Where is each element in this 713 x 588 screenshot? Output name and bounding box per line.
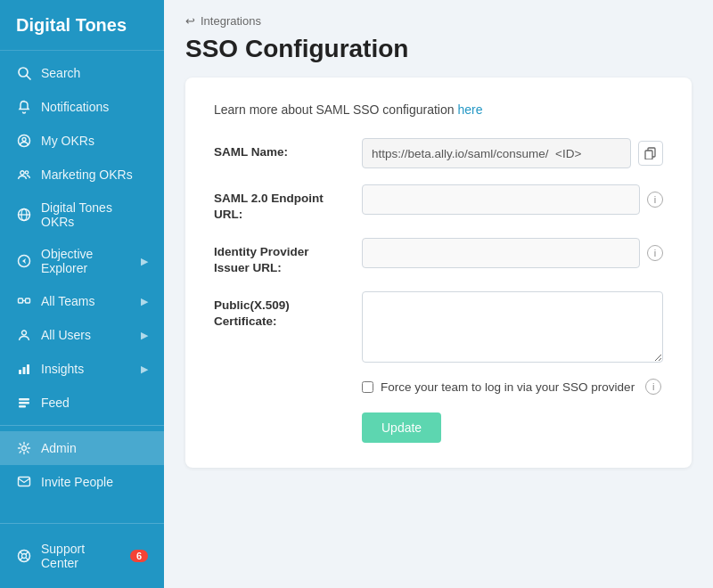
identity-provider-info-icon[interactable]: i xyxy=(647,245,663,261)
svg-rect-20 xyxy=(19,405,26,408)
svg-line-25 xyxy=(20,552,22,554)
sidebar-item-all-teams[interactable]: All Teams ▶ xyxy=(0,284,164,318)
svg-line-26 xyxy=(26,552,28,554)
breadcrumb-label: Integrations xyxy=(201,14,261,28)
saml-endpoint-input[interactable] xyxy=(362,184,640,215)
saml-name-label: SAML Name: xyxy=(214,138,348,160)
sidebar-item-notifications[interactable]: Notifications xyxy=(0,90,164,124)
sidebar-item-label: Insights xyxy=(41,362,84,376)
svg-rect-30 xyxy=(645,151,652,159)
sidebar-item-my-okrs[interactable]: My OKRs xyxy=(0,124,164,158)
saml-endpoint-label: SAML 2.0 Endpoint URL: xyxy=(214,184,348,222)
team-icon xyxy=(16,167,32,183)
svg-point-3 xyxy=(22,138,26,142)
sidebar-item-label: Feed xyxy=(41,396,70,410)
certificate-label: Public(X.509) Certificate: xyxy=(214,291,348,329)
svg-rect-18 xyxy=(19,398,29,401)
compass-icon xyxy=(16,253,32,269)
sidebar: Digital Tones Search Notifications xyxy=(0,0,164,588)
svg-point-14 xyxy=(22,331,27,335)
svg-marker-10 xyxy=(22,258,26,264)
saml-endpoint-row: SAML 2.0 Endpoint URL: i xyxy=(214,184,663,222)
sidebar-item-objective-explorer[interactable]: Objective Explorer ▶ xyxy=(0,238,164,284)
sidebar-item-admin[interactable]: Admin xyxy=(0,431,164,465)
page-title: SSO Configuration xyxy=(185,35,692,63)
sidebar-nav: Search Notifications My OKRs xyxy=(0,51,164,523)
identity-provider-row: Identity Provider Issuer URL: i xyxy=(214,238,663,275)
update-button-wrap: Update xyxy=(362,412,663,443)
svg-rect-11 xyxy=(19,298,23,303)
breadcrumb-arrow: ↩ xyxy=(185,14,195,28)
feed-icon xyxy=(16,395,32,411)
sidebar-item-support-center[interactable]: Support Center 6 xyxy=(0,533,164,579)
sidebar-item-feed[interactable]: Feed xyxy=(0,386,164,420)
support-icon xyxy=(16,548,32,564)
app-logo: Digital Tones xyxy=(0,0,164,51)
saml-name-control xyxy=(362,138,663,168)
globe-icon xyxy=(16,207,32,223)
identity-provider-control: i xyxy=(362,238,663,268)
invite-icon xyxy=(16,474,32,490)
svg-point-24 xyxy=(22,554,27,559)
saml-name-row: SAML Name: xyxy=(214,138,663,168)
svg-point-23 xyxy=(19,551,30,562)
identity-provider-input[interactable] xyxy=(362,238,640,268)
svg-point-21 xyxy=(22,446,27,451)
svg-point-5 xyxy=(25,171,28,174)
saml-endpoint-info-icon[interactable]: i xyxy=(647,192,663,208)
chevron-right-icon: ▶ xyxy=(141,330,148,341)
certificate-input[interactable] xyxy=(362,291,663,363)
sidebar-item-invite-people[interactable]: Invite People xyxy=(0,465,164,499)
saml-name-input[interactable] xyxy=(362,138,631,168)
search-icon xyxy=(16,65,32,81)
svg-rect-12 xyxy=(26,298,30,303)
chevron-right-icon: ▶ xyxy=(141,296,148,307)
sidebar-item-label: All Teams xyxy=(41,294,94,308)
learn-more-link[interactable]: here xyxy=(457,102,482,117)
sidebar-item-search[interactable]: Search xyxy=(0,56,164,90)
main-content: ↩ Integrations SSO Configuration Learn m… xyxy=(164,0,713,588)
update-button[interactable]: Update xyxy=(362,412,441,443)
users-icon xyxy=(16,327,32,343)
sso-force-checkbox-row: Force your team to log in via your SSO p… xyxy=(362,379,663,395)
sidebar-item-label: Objective Explorer xyxy=(41,247,132,275)
sidebar-bottom: Support Center 6 xyxy=(0,523,164,588)
chevron-right-icon: ▶ xyxy=(141,363,148,375)
chevron-right-icon: ▶ xyxy=(141,256,148,267)
sidebar-item-label: All Users xyxy=(41,328,91,342)
breadcrumb: ↩ Integrations xyxy=(185,14,692,28)
bell-icon xyxy=(16,99,32,115)
identity-provider-label: Identity Provider Issuer URL: xyxy=(214,238,348,275)
sidebar-item-label: My OKRs xyxy=(41,134,94,148)
sidebar-item-label: Marketing OKRs xyxy=(41,167,133,182)
svg-rect-22 xyxy=(19,478,30,486)
gear-icon xyxy=(16,440,32,456)
saml-endpoint-control: i xyxy=(362,184,663,215)
user-circle-icon xyxy=(16,133,32,149)
svg-rect-17 xyxy=(27,364,29,374)
sso-config-card: Learn more about SAML SSO configuration … xyxy=(185,78,692,468)
sidebar-item-label: Invite People xyxy=(41,475,113,489)
chart-icon xyxy=(16,361,32,377)
sidebar-item-label: Digital Tones OKRs xyxy=(41,200,148,229)
sidebar-item-label: Search xyxy=(41,66,80,80)
force-sso-checkbox[interactable] xyxy=(362,381,373,393)
sidebar-item-digital-tones-okrs[interactable]: Digital Tones OKRs xyxy=(0,192,164,238)
svg-line-1 xyxy=(27,76,30,79)
sidebar-item-all-users[interactable]: All Users ▶ xyxy=(0,318,164,352)
svg-point-4 xyxy=(20,171,24,175)
force-sso-label: Force your team to log in via your SSO p… xyxy=(381,380,635,394)
groups-icon xyxy=(16,293,32,309)
sidebar-item-marketing-okrs[interactable]: Marketing OKRs xyxy=(0,158,164,192)
force-sso-info-icon[interactable]: i xyxy=(645,379,661,395)
sidebar-item-insights[interactable]: Insights ▶ xyxy=(0,352,164,386)
sidebar-item-label: Support Center xyxy=(41,542,121,570)
sidebar-divider xyxy=(0,425,164,426)
sidebar-item-label: Notifications xyxy=(41,100,109,114)
svg-rect-16 xyxy=(23,367,26,374)
learn-more-text: Learn more about SAML SSO configuration … xyxy=(214,102,663,117)
svg-rect-15 xyxy=(19,370,21,374)
copy-button[interactable] xyxy=(638,141,663,166)
certificate-control xyxy=(362,291,663,363)
sidebar-item-label: Admin xyxy=(41,441,77,455)
